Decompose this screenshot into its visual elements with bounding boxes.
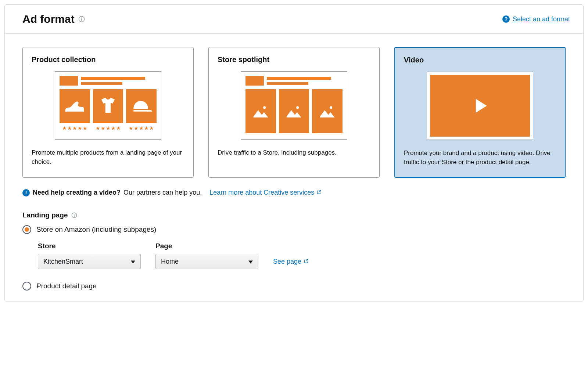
select-ad-format-link-text: Select an ad format [513, 15, 570, 23]
ad-format-panel: Ad format ? Select an ad format Product … [4, 4, 584, 302]
panel-header: Ad format ? Select an ad format [5, 5, 583, 34]
creative-services-link-text: Learn more about Creative services [209, 189, 314, 196]
card-video[interactable]: Video Promote your brand and a product u… [394, 47, 566, 178]
external-link-icon [316, 189, 322, 196]
card-illustration [241, 71, 347, 140]
panel-body: Product collection [5, 34, 583, 302]
stars-icon: ★★★★★ [60, 125, 90, 131]
play-icon [430, 75, 530, 137]
page-select[interactable]: Home [155, 254, 258, 269]
card-title: Video [404, 56, 556, 64]
card-title: Store spotlight [218, 55, 370, 64]
radio-icon [22, 225, 31, 234]
card-desc: Promote multiple products from a landing… [32, 148, 184, 166]
svg-point-5 [330, 107, 332, 109]
help-banner-bold: Need help creating a video? [33, 189, 121, 196]
landing-page-label-text: Landing page [22, 211, 68, 219]
store-subform: Store KitchenSmart Page Home See page [38, 242, 566, 269]
page-select-value: Home [161, 258, 179, 266]
external-link-icon [304, 258, 309, 266]
see-page-link[interactable]: See page [273, 258, 309, 266]
see-page-link-text: See page [273, 258, 301, 266]
radio-label: Store on Amazon (including subpages) [36, 226, 156, 234]
svg-point-1 [81, 18, 82, 18]
stars-icon: ★★★★★ [93, 125, 123, 131]
svg-point-3 [263, 107, 266, 109]
shoe-icon [60, 89, 90, 123]
card-illustration [427, 72, 533, 140]
stars-icon: ★★★★★ [126, 125, 157, 131]
store-select-value: KitchenSmart [43, 258, 83, 266]
image-icon [245, 89, 276, 133]
select-ad-format-link[interactable]: ? Select an ad format [502, 15, 570, 23]
info-badge-icon: i [22, 189, 30, 196]
radio-store-on-amazon[interactable]: Store on Amazon (including subpages) [22, 225, 566, 234]
image-icon [312, 89, 343, 133]
page-title: Ad format [22, 13, 85, 25]
svg-point-4 [296, 107, 299, 109]
radio-product-detail-page[interactable]: Product detail page [22, 282, 566, 291]
store-field: Store KitchenSmart [38, 242, 141, 269]
ad-format-cards: Product collection [22, 47, 566, 178]
page-field: Page Home [155, 242, 258, 269]
card-store-spotlight[interactable]: Store spotlight [208, 47, 380, 178]
page-field-label: Page [155, 242, 258, 250]
help-banner-text: Our partners can help you. [123, 189, 202, 196]
store-select[interactable]: KitchenSmart [38, 254, 141, 269]
svg-rect-2 [81, 19, 82, 21]
card-desc: Promote your brand and a product using v… [404, 149, 556, 167]
store-field-label: Store [38, 242, 141, 250]
info-icon[interactable] [78, 16, 85, 22]
image-icon [279, 89, 309, 133]
video-help-banner: i Need help creating a video? Our partne… [22, 189, 566, 196]
svg-point-7 [74, 214, 75, 214]
card-illustration: ★★★★★ ★★★★★ ★★★★★ [55, 71, 161, 140]
card-title: Product collection [32, 55, 184, 64]
card-product-collection[interactable]: Product collection [22, 47, 194, 178]
page-title-text: Ad format [22, 13, 75, 25]
radio-icon [22, 282, 31, 291]
info-icon[interactable] [71, 212, 78, 219]
radio-label: Product detail page [36, 282, 97, 290]
cap-icon [126, 89, 157, 123]
creative-services-link[interactable]: Learn more about Creative services [209, 189, 322, 196]
tshirt-icon [93, 89, 123, 123]
help-icon: ? [502, 15, 510, 23]
landing-page-label: Landing page [22, 211, 566, 219]
svg-rect-8 [74, 215, 74, 217]
card-desc: Drive traffic to a Store, including subp… [218, 148, 370, 158]
